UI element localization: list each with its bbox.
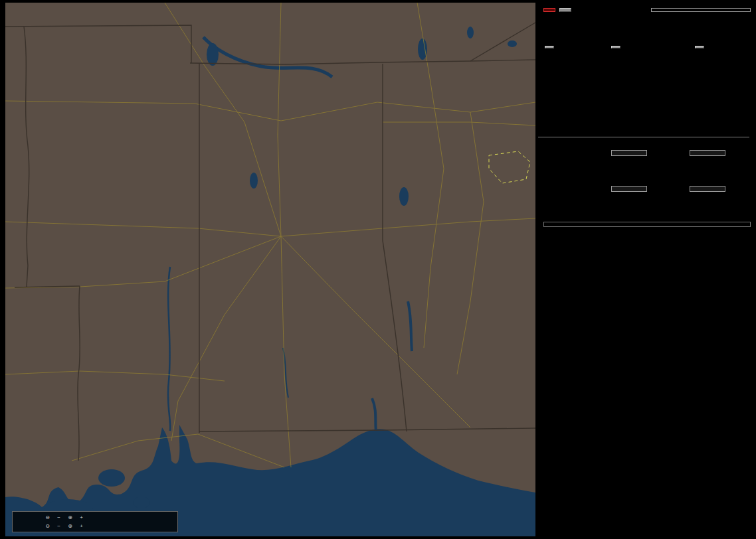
rate-labels-row bbox=[538, 41, 756, 50]
bearing-distance-box bbox=[651, 8, 751, 12]
strike-mode-button[interactable] bbox=[543, 8, 555, 12]
mode-button-row bbox=[538, 8, 756, 12]
ic-negative-bar bbox=[690, 186, 725, 192]
noise-mode-button[interactable] bbox=[559, 8, 571, 12]
control-panel bbox=[538, 0, 756, 539]
cg-negative-bar bbox=[690, 150, 725, 156]
cg-pos-symbol-icon: ⊕ bbox=[64, 513, 76, 522]
trend-graph-chart bbox=[543, 358, 753, 530]
ic-neg-symbol-icon: − bbox=[53, 513, 64, 522]
noises-per-min-button[interactable] bbox=[695, 46, 704, 48]
cg-positive-bar bbox=[611, 150, 647, 156]
distribution-title bbox=[538, 134, 749, 137]
map-legend: ⊖ − ⊕ + ⊖ − ⊕ + bbox=[12, 511, 178, 532]
intracloud-row bbox=[538, 186, 756, 192]
cloud-ground-row bbox=[538, 150, 756, 156]
legend-row-old: ⊖ − ⊕ + bbox=[15, 522, 175, 530]
ic-pos-symbol-icon: + bbox=[76, 513, 87, 522]
strikes-per-min-button[interactable] bbox=[545, 46, 554, 48]
ic-pos-symbol-icon: + bbox=[76, 522, 87, 530]
ic-neg-symbol-icon: − bbox=[53, 522, 64, 530]
land-background bbox=[5, 3, 535, 536]
ic-positive-bar bbox=[611, 186, 647, 192]
datetime-display bbox=[543, 222, 751, 227]
cg-neg-symbol-icon: ⊖ bbox=[42, 513, 53, 522]
map-canvas bbox=[5, 3, 535, 536]
close-per-min-button[interactable] bbox=[611, 46, 620, 48]
cg-neg-symbol-icon: ⊖ bbox=[42, 522, 53, 530]
cg-pos-symbol-icon: ⊕ bbox=[64, 522, 76, 530]
legend-row-recent: ⊖ − ⊕ + bbox=[15, 513, 175, 522]
lightning-map[interactable]: ⊖ − ⊕ + ⊖ − ⊕ + bbox=[5, 3, 535, 536]
